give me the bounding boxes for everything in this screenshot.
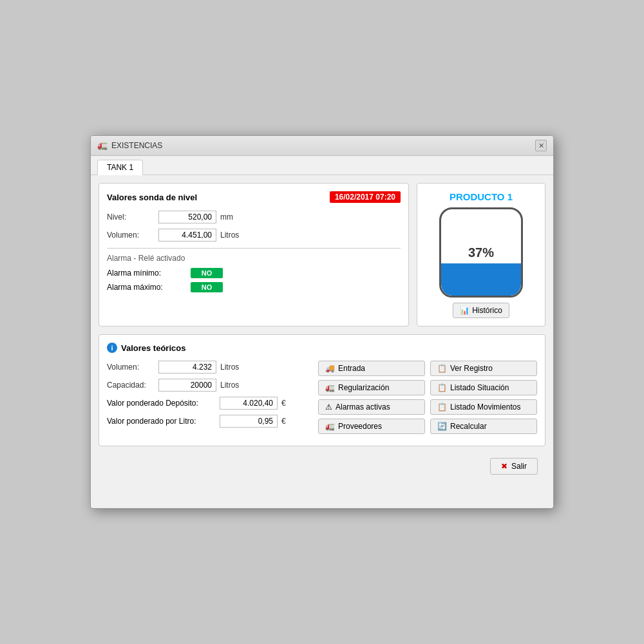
title-bar: 🚛 EXISTENCIAS ✕ [91,136,553,156]
proveedores-label: Proveedores [338,422,382,431]
btn-row-2: 🚛 Regularización 📋 Listado Situación [318,380,537,395]
entrada-icon: 🚚 [325,364,335,373]
proveedores-button[interactable]: 🚛 Proveedores [318,419,425,434]
tank-visual: 37% [433,207,529,298]
teo-litro-unit: € [281,417,286,426]
salir-button[interactable]: ✖ Salir [490,458,538,475]
teo-volumen-unit: Litros [220,363,239,372]
ver-registro-label: Ver Registro [450,364,493,373]
teo-deposito-value: 4.020,40 [220,397,278,410]
sensor-title: Valores sonda de nivel [107,193,197,202]
footer-row: ✖ Salir [99,454,545,481]
sensor-header: Valores sonda de nivel 16/02/2017 07:20 [107,191,401,203]
teo-capacidad-value: 20000 [158,379,216,392]
product-title: PRODUCTO 1 [450,191,513,202]
teo-litro-label: Valor ponderado por Litro: [107,417,220,426]
listado-movimientos-icon: 📋 [437,402,447,412]
alarm-max-badge: NO [191,282,223,292]
btn-row-3: ⚠ Alarmas activas 📋 Listado Movimientos [318,399,537,415]
window-icon: 🚛 [97,140,108,151]
salir-icon: ✖ [501,462,507,471]
listado-situacion-button[interactable]: 📋 Listado Situación [430,380,537,395]
teo-deposito-row: Valor ponderado Depósito: 4.020,40 € [107,397,308,410]
teo-capacidad-unit: Litros [220,381,239,390]
regularizacion-icon: 🚛 [325,383,335,392]
historico-button[interactable]: 📊 Histórico [453,303,509,318]
title-bar-left: 🚛 EXISTENCIAS [97,140,162,151]
teoricos-label: Valores teóricos [121,343,185,353]
alarmas-icon: ⚠ [325,402,332,412]
volumen-unit: Litros [220,231,239,240]
historico-label: Histórico [472,306,502,315]
recalcular-icon: 🔄 [437,422,447,431]
listado-situacion-icon: 📋 [437,383,447,392]
sensor-panel: Valores sonda de nivel 16/02/2017 07:20 … [99,183,409,327]
ver-registro-button[interactable]: 📋 Ver Registro [430,361,537,376]
datetime-badge: 16/02/2017 07:20 [330,191,401,203]
alarmas-label: Alarmas activas [336,402,390,412]
top-row: Valores sonda de nivel 16/02/2017 07:20 … [99,183,545,327]
alarm-min-row: Alarma mínimo: NO [107,268,401,278]
teo-capacidad-row: Capacidad: 20000 Litros [107,379,308,392]
action-buttons: 🚚 Entrada 📋 Ver Registro 🚛 Regularizació… [318,361,537,438]
teo-volumen-row: Volumen: 4.232 Litros [107,361,308,374]
content-area: Valores sonda de nivel 16/02/2017 07:20 … [91,175,553,489]
divider [107,248,401,249]
alarm-section-title: Alarma - Relé activado [107,254,401,263]
teo-deposito-unit: € [281,399,286,408]
teo-volumen-label: Volumen: [107,363,158,372]
nivel-row: Nivel: 520,00 mm [107,211,401,223]
btn-row-4: 🚛 Proveedores 🔄 Recalcular [318,419,537,434]
tank-percent: 37% [468,245,494,260]
tank-panel: PRODUCTO 1 37% 📊 Histórico [417,183,545,327]
bottom-grid: Volumen: 4.232 Litros Capacidad: 20000 L… [107,361,537,438]
nivel-unit: mm [220,213,233,222]
tab-tank1[interactable]: TANK 1 [97,160,143,175]
alarm-min-label: Alarma mínimo: [107,269,191,278]
chart-icon: 📊 [460,306,469,315]
ver-registro-icon: 📋 [437,364,447,373]
salir-label: Salir [511,462,527,471]
btn-row-1: 🚚 Entrada 📋 Ver Registro [318,361,537,376]
alarm-max-row: Alarma máximo: NO [107,282,401,292]
tab-bar: TANK 1 [91,156,553,175]
info-icon: i [107,343,117,353]
volumen-label: Volumen: [107,231,158,240]
teoricos-panel: i Valores teóricos Volumen: 4.232 Litros… [99,334,545,446]
teoricos-title: i Valores teóricos [107,343,537,353]
teo-litro-value: 0,95 [220,415,278,428]
proveedores-icon: 🚛 [325,422,335,431]
listado-situacion-label: Listado Situación [450,383,509,392]
tank-fill [441,263,521,296]
main-window: 🚛 EXISTENCIAS ✕ TANK 1 Valores sonda de … [90,135,554,509]
teoricos-fields: Volumen: 4.232 Litros Capacidad: 20000 L… [107,361,308,438]
tank-body: 37% [439,207,523,298]
alarm-min-badge: NO [191,268,223,278]
recalcular-label: Recalcular [450,422,487,431]
teo-volumen-value: 4.232 [158,361,216,374]
regularizacion-button[interactable]: 🚛 Regularización [318,380,425,395]
volumen-row: Volumen: 4.451,00 Litros [107,229,401,242]
teo-deposito-label: Valor ponderado Depósito: [107,399,220,408]
window-title: EXISTENCIAS [111,141,162,150]
entrada-label: Entrada [338,364,365,373]
teo-litro-row: Valor ponderado por Litro: 0,95 € [107,415,308,428]
listado-movimientos-label: Listado Movimientos [450,402,520,412]
entrada-button[interactable]: 🚚 Entrada [318,361,425,376]
nivel-value: 520,00 [158,211,216,223]
volumen-value: 4.451,00 [158,229,216,242]
recalcular-button[interactable]: 🔄 Recalcular [430,419,537,434]
alarm-max-label: Alarma máximo: [107,283,191,292]
nivel-label: Nivel: [107,213,158,222]
teo-capacidad-label: Capacidad: [107,381,158,390]
close-button[interactable]: ✕ [535,140,547,151]
alarmas-activas-button[interactable]: ⚠ Alarmas activas [318,399,425,415]
listado-movimientos-button[interactable]: 📋 Listado Movimientos [430,399,537,415]
regularizacion-label: Regularización [338,383,389,392]
